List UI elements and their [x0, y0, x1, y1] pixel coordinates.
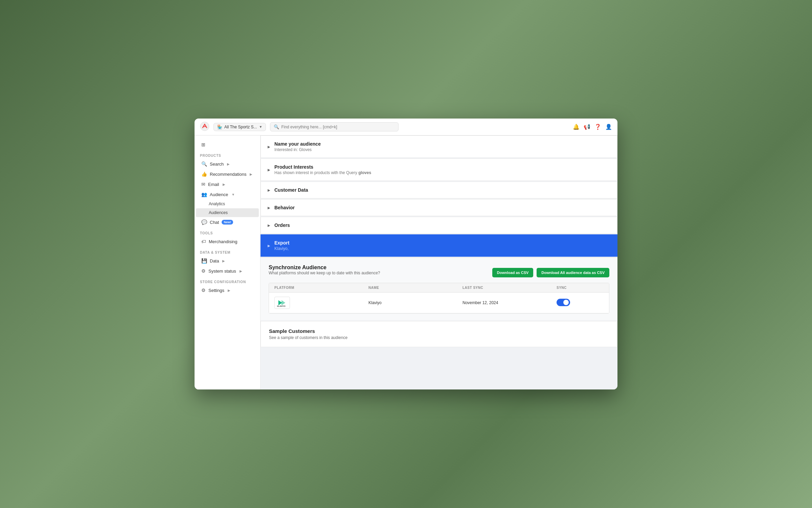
search-nav-icon: 🔍	[201, 161, 207, 167]
email-icon: ✉	[201, 182, 205, 187]
cell-platform: KLAVIYO	[274, 297, 368, 309]
header-platform: PLATFORM	[274, 286, 368, 290]
sidebar-item-recommendations[interactable]: 👍 Recommendations ▶	[196, 169, 259, 179]
sync-content: Synchronize Audience What platforms shou…	[261, 257, 617, 320]
accordion-subtitle-product-interests: Has shown interest in products with the …	[274, 170, 371, 175]
arrow-icon: ▶	[223, 183, 225, 186]
accordion-customer-data: ▶ Customer Data	[261, 182, 617, 198]
toggle-slider	[557, 299, 570, 306]
sidebar-label-analytics: Analytics	[209, 202, 225, 206]
accordion-header-customer-data[interactable]: ▶ Customer Data	[261, 182, 617, 198]
main-layout: ⊞ PRODUCTS 🔍 Search ▶ 👍 Recommendations …	[195, 135, 617, 389]
sync-buttons: Download as CSV Download All audience da…	[492, 268, 609, 277]
header-name: NAME	[368, 286, 463, 290]
sidebar-item-merchandising[interactable]: 🏷 Merchandising	[196, 236, 259, 247]
accordion-header-export[interactable]: ▶ Export Klaviyo,	[261, 235, 617, 256]
accordion-product-interests: ▶ Product Interests Has shown interest i…	[261, 158, 617, 181]
arrow-icon: ▶	[240, 269, 242, 273]
sync-subtitle: What platforms should we keep up to date…	[269, 271, 380, 275]
settings-icon: ⚙	[201, 288, 206, 293]
accordion-subtitle-name-audience: Interested in: Gloves	[274, 147, 321, 152]
accordion-title-name-audience: Name your audience	[274, 141, 321, 147]
sidebar-section-data-system: DATA & SYSTEM	[195, 247, 260, 256]
sidebar-label-settings: Settings	[208, 288, 224, 293]
sidebar-section-store-config: STORE CONFIGURATION	[195, 276, 260, 285]
accordion-name-audience: ▶ Name your audience Interested in: Glov…	[261, 135, 617, 158]
accordion-orders: ▶ Orders	[261, 217, 617, 234]
sidebar-label-system-status: System status	[208, 269, 236, 274]
accordion-arrow-icon: ▶	[268, 188, 270, 192]
sidebar-section-products: PRODUCTS	[195, 150, 260, 159]
accordion-title-behavior: Behavior	[274, 205, 295, 210]
accordion-arrow-icon: ▶	[268, 168, 270, 172]
sidebar-label-data: Data	[210, 258, 219, 263]
download-all-csv-button[interactable]: Download All audience data as CSV	[537, 268, 609, 277]
sidebar-item-analytics[interactable]: Analytics	[196, 199, 259, 208]
sample-customers-subtitle: See a sample of customers in this audien…	[269, 335, 609, 340]
arrow-icon: ▶	[227, 162, 230, 166]
accordion-title-product-interests: Product Interests	[274, 164, 371, 170]
sidebar-label-audiences: Audiences	[209, 210, 228, 215]
chat-new-badge: New!	[222, 220, 233, 225]
download-csv-button[interactable]: Download as CSV	[492, 268, 534, 277]
sample-customers-section: Sample Customers See a sample of custome…	[261, 321, 617, 347]
accordion-header-orders[interactable]: ▶ Orders	[261, 217, 617, 233]
notifications-icon[interactable]: 🔔	[573, 124, 580, 130]
accordion-arrow-icon: ▶	[268, 145, 270, 149]
store-icon: 🏪	[217, 125, 222, 129]
search-input[interactable]	[281, 125, 395, 129]
header-last-sync: LAST SYNC	[463, 286, 557, 290]
table-row: KLAVIYO Klaviyo November 12, 2024	[269, 293, 609, 313]
announcements-icon[interactable]: 📢	[584, 124, 590, 130]
accordion-arrow-icon: ▶	[268, 244, 270, 248]
app-window: 🏪 All The Sportz S... ▼ 🔍 🔔 📢 ❓ 👤 ⊞	[195, 119, 617, 389]
user-icon[interactable]: 👤	[605, 124, 612, 130]
klaviyo-logo: KLAVIYO	[274, 297, 290, 309]
sidebar-item-chat[interactable]: 💬 Chat New!	[196, 217, 259, 227]
cell-name: Klaviyo	[368, 300, 463, 305]
data-icon: 💾	[201, 258, 207, 263]
accordion-title-orders: Orders	[274, 223, 290, 228]
accordion-subtitle-export: Klaviyo,	[274, 246, 289, 251]
store-name: All The Sportz S...	[224, 125, 257, 129]
sidebar-label-chat: Chat	[210, 220, 219, 225]
accordion-header-behavior[interactable]: ▶ Behavior	[261, 199, 617, 216]
sidebar-label-email: Email	[208, 182, 219, 187]
help-icon[interactable]: ❓	[594, 124, 601, 130]
main-content: ▶ Name your audience Interested in: Glov…	[261, 135, 617, 389]
sidebar: ⊞ PRODUCTS 🔍 Search ▶ 👍 Recommendations …	[195, 135, 261, 389]
svg-text:KLAVIYO: KLAVIYO	[277, 305, 286, 307]
search-icon: 🔍	[274, 124, 279, 129]
accordion-header-name-audience[interactable]: ▶ Name your audience Interested in: Glov…	[261, 136, 617, 157]
chevron-down-icon: ▼	[259, 125, 263, 129]
sidebar-item-system-status[interactable]: ⚙ System status ▶	[196, 266, 259, 276]
sync-table-header: PLATFORM NAME LAST SYNC SYNC	[269, 283, 609, 293]
accordion-behavior: ▶ Behavior	[261, 199, 617, 216]
sidebar-label-recommendations: Recommendations	[210, 172, 246, 177]
sidebar-item-dashboard[interactable]: ⊞	[196, 140, 259, 150]
sidebar-item-email[interactable]: ✉ Email ▶	[196, 179, 259, 189]
accordion-title-customer-data: Customer Data	[274, 187, 308, 193]
cell-sync-toggle[interactable]	[557, 299, 604, 307]
store-selector[interactable]: 🏪 All The Sportz S... ▼	[213, 123, 266, 131]
sync-toggle[interactable]	[557, 299, 570, 306]
accordion-header-product-interests[interactable]: ▶ Product Interests Has shown interest i…	[261, 159, 617, 181]
sidebar-label-merchandising: Merchandising	[209, 239, 238, 244]
sidebar-item-data[interactable]: 💾 Data ▶	[196, 256, 259, 266]
accordion-export: ▶ Export Klaviyo,	[261, 234, 617, 257]
sidebar-item-audiences[interactable]: Audiences	[196, 208, 259, 217]
sample-customers-title: Sample Customers	[269, 328, 609, 334]
system-status-icon: ⚙	[201, 268, 206, 274]
header-sync: SYNC	[557, 286, 604, 290]
topbar: 🏪 All The Sportz S... ▼ 🔍 🔔 📢 ❓ 👤	[195, 119, 617, 135]
sync-table: PLATFORM NAME LAST SYNC SYNC	[269, 283, 609, 314]
accordion-arrow-icon: ▶	[268, 206, 270, 210]
sidebar-item-audience[interactable]: 👥 Audience ▼	[196, 189, 259, 199]
dashboard-icon: ⊞	[201, 142, 205, 147]
accordion-title-export: Export	[274, 240, 289, 246]
app-logo	[200, 122, 209, 132]
sync-header: Synchronize Audience What platforms shou…	[269, 264, 609, 281]
sidebar-item-settings[interactable]: ⚙ Settings ▶	[196, 285, 259, 295]
sidebar-item-search[interactable]: 🔍 Search ▶	[196, 159, 259, 169]
search-bar[interactable]: 🔍	[270, 122, 399, 131]
